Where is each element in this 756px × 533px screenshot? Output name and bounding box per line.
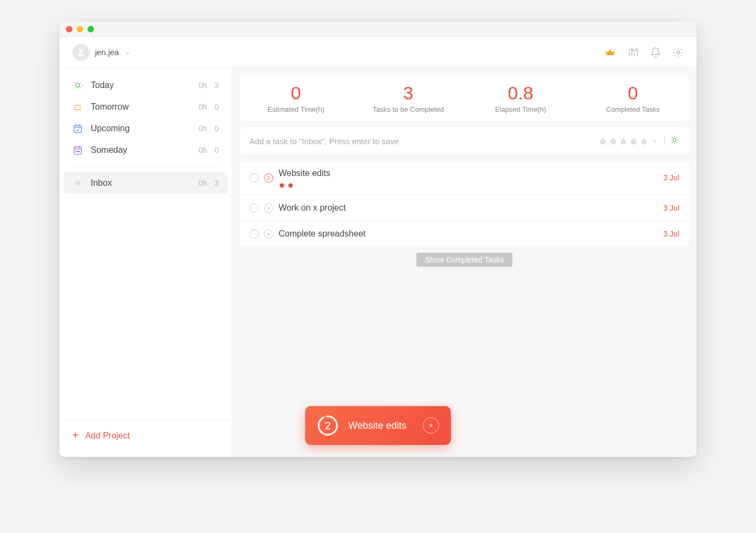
stat-value: 0.8 — [464, 83, 577, 103]
svg-text:3: 3 — [623, 140, 624, 144]
chevron-right-icon[interactable]: › — [653, 136, 656, 146]
premium-crown-icon[interactable] — [605, 47, 616, 58]
sidebar-item-hours: 0h — [199, 179, 207, 187]
svg-rect-4 — [74, 147, 81, 154]
pomo-estimate-2[interactable]: 2 — [609, 137, 618, 145]
svg-point-7 — [79, 151, 79, 152]
stat-value: 3 — [352, 83, 464, 103]
task-title: Complete spreadsheet — [279, 229, 658, 239]
sidebar-divider — [72, 166, 219, 167]
settings-gear-icon[interactable] — [673, 47, 684, 58]
sidebar-item-inbox[interactable]: Inbox 0h 3 — [64, 172, 227, 194]
task-row[interactable]: Complete spreadsheet 3 Jul — [240, 221, 689, 246]
svg-text:1: 1 — [602, 140, 604, 144]
svg-point-1 — [677, 51, 680, 53]
svg-point-0 — [79, 49, 83, 52]
plus-icon: + — [72, 429, 79, 442]
task-row[interactable]: Website edits 3 Jul — [240, 161, 689, 194]
svg-point-26 — [288, 184, 293, 188]
pomo-estimate-5[interactable]: 5 — [640, 137, 649, 145]
sidebar-item-count: 0 — [214, 146, 219, 154]
app-window: jen.jea ⌄ To — [59, 22, 697, 457]
avatar — [72, 44, 90, 61]
add-project-button[interactable]: + Add Project — [59, 420, 232, 450]
stat-value: 0 — [240, 83, 352, 103]
stat-completed: 0 Completed Tasks — [577, 83, 689, 113]
svg-text:2: 2 — [612, 140, 614, 144]
svg-point-25 — [280, 184, 284, 188]
sidebar-item-label: Inbox — [91, 178, 191, 188]
minimize-window-button[interactable] — [77, 26, 83, 32]
stat-estimated: 0 Estimated Time(h) — [240, 83, 352, 113]
svg-rect-30 — [431, 424, 432, 427]
stat-elapsed: 0.8 Elapsed Time(h) — [464, 83, 577, 113]
close-window-button[interactable] — [66, 26, 72, 32]
sidebar-item-label: Upcoming — [91, 124, 191, 133]
chevron-down-icon: ⌄ — [125, 49, 130, 56]
main-panel: 0 Estimated Time(h) 3 Tasks to be Comple… — [232, 68, 697, 457]
svg-rect-29 — [430, 424, 430, 427]
stat-label: Completed Tasks — [577, 105, 689, 113]
stats-bar: 0 Estimated Time(h) 3 Tasks to be Comple… — [240, 76, 689, 121]
sidebar-item-hours: 0h — [199, 103, 207, 111]
sidebar-item-label: Someday — [91, 145, 191, 155]
sidebar-item-count: 3 — [214, 81, 219, 90]
pomo-estimate[interactable]: 1 2 3 4 5 › — [599, 135, 679, 147]
timer-minutes: 2 — [317, 415, 339, 436]
calendar-dots-icon — [72, 145, 83, 156]
task-date: 3 Jul — [663, 204, 679, 212]
timer-pause-button[interactable] — [423, 417, 439, 434]
header-icons — [605, 47, 684, 58]
task-checkbox[interactable] — [249, 204, 259, 213]
sidebar-item-upcoming[interactable]: Upcoming 0h 0 — [59, 118, 232, 139]
task-date: 3 Jul — [663, 230, 679, 238]
pomo-estimate-1[interactable]: 1 — [599, 137, 608, 145]
separator — [664, 136, 665, 146]
task-timer-icon[interactable] — [264, 173, 273, 183]
stats-chart-icon[interactable] — [627, 47, 638, 58]
task-play-icon[interactable] — [264, 204, 273, 213]
sidebar-item-someday[interactable]: Someday 0h 0 — [59, 139, 232, 161]
user-menu[interactable]: jen.jea ⌄ — [72, 44, 130, 61]
content: Today 0h 3 Tomorrow 0h 0 — [59, 68, 697, 457]
show-completed-button[interactable]: Show Completed Tasks — [416, 253, 512, 267]
task-row[interactable]: Work on x project 3 Jul — [240, 195, 689, 220]
task-title: Work on x project — [279, 203, 658, 213]
sunrise-icon — [72, 102, 83, 112]
svg-rect-21 — [643, 138, 645, 139]
sidebar-item-count: 0 — [214, 103, 219, 111]
task-list: Website edits 3 Jul Work on x proje — [240, 161, 689, 246]
task-checkbox[interactable] — [249, 230, 259, 239]
task-date: 3 Jul — [663, 173, 679, 182]
sidebar-item-tomorrow[interactable]: Tomorrow 0h 0 — [59, 96, 232, 118]
stat-to-complete: 3 Tasks to be Completed — [352, 83, 464, 113]
pomo-dot-icon — [287, 180, 294, 187]
task-play-icon[interactable] — [264, 230, 273, 239]
today-sun-icon[interactable] — [670, 135, 679, 147]
sidebar-item-hours: 0h — [199, 81, 207, 90]
pomo-estimate-3[interactable]: 3 — [619, 137, 628, 145]
svg-text:5: 5 — [643, 140, 645, 144]
stat-label: Elapsed Time(h) — [464, 105, 577, 113]
svg-point-2 — [76, 84, 80, 87]
calendar-check-icon — [72, 123, 83, 134]
titlebar — [59, 22, 697, 37]
notifications-bell-icon[interactable] — [650, 47, 661, 58]
sun-icon — [72, 80, 83, 91]
sidebar-item-today[interactable]: Today 0h 3 — [59, 75, 232, 96]
username: jen.jea — [95, 48, 119, 57]
maximize-window-button[interactable] — [87, 26, 94, 32]
svg-point-6 — [77, 151, 78, 152]
add-task-row: 1 2 3 4 5 › — [240, 127, 689, 154]
sidebar-item-label: Today — [91, 80, 191, 90]
add-task-input[interactable] — [249, 137, 599, 146]
svg-rect-12 — [612, 138, 614, 139]
pomodoro-timer-widget[interactable]: 2 Website edits — [305, 406, 451, 445]
task-pomos — [279, 180, 658, 187]
svg-rect-15 — [623, 138, 624, 139]
header: jen.jea ⌄ — [59, 37, 697, 68]
inbox-dot-icon — [72, 178, 83, 188]
task-checkbox[interactable] — [249, 173, 259, 183]
sidebar-item-count: 3 — [214, 179, 219, 187]
pomo-estimate-4[interactable]: 4 — [630, 137, 638, 145]
